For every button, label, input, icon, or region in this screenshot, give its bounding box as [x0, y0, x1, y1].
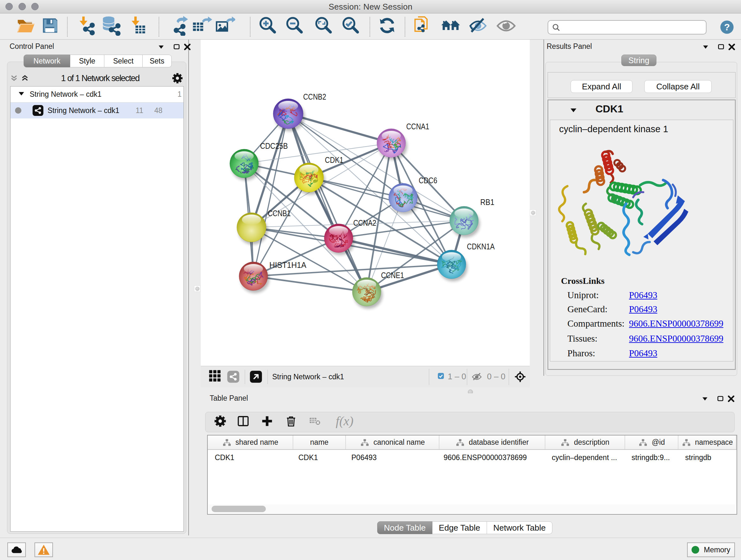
svg-text:HIST1H1A: HIST1H1A [269, 260, 307, 270]
svg-text:?: ? [724, 22, 730, 32]
svg-text:CDK1: CDK1 [325, 155, 343, 165]
svg-text:CDC25B: CDC25B [260, 141, 288, 151]
svg-text:CDC6: CDC6 [419, 176, 437, 185]
svg-text:CDKN1A: CDKN1A [467, 242, 495, 251]
svg-text:RB1: RB1 [480, 197, 494, 207]
svg-text:CCNB1: CCNB1 [268, 208, 291, 218]
svg-text:CCNA1: CCNA1 [406, 122, 429, 131]
svg-text:CCNB2: CCNB2 [303, 92, 326, 102]
svg-text:CCNA2: CCNA2 [353, 218, 376, 228]
svg-text:CCNE1: CCNE1 [381, 270, 404, 280]
